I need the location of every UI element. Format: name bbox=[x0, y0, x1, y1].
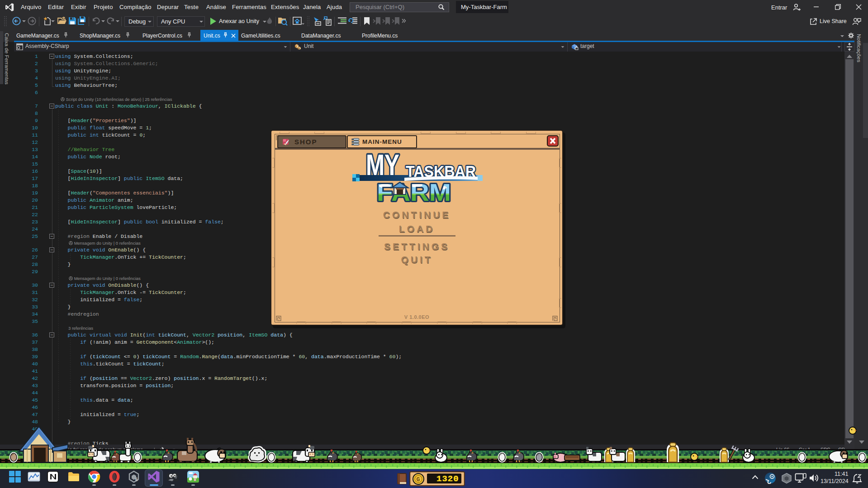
svg-text:G: G bbox=[417, 476, 420, 483]
svg-text:FARM: FARM bbox=[377, 179, 451, 206]
svg-text:6: 6 bbox=[135, 477, 138, 482]
